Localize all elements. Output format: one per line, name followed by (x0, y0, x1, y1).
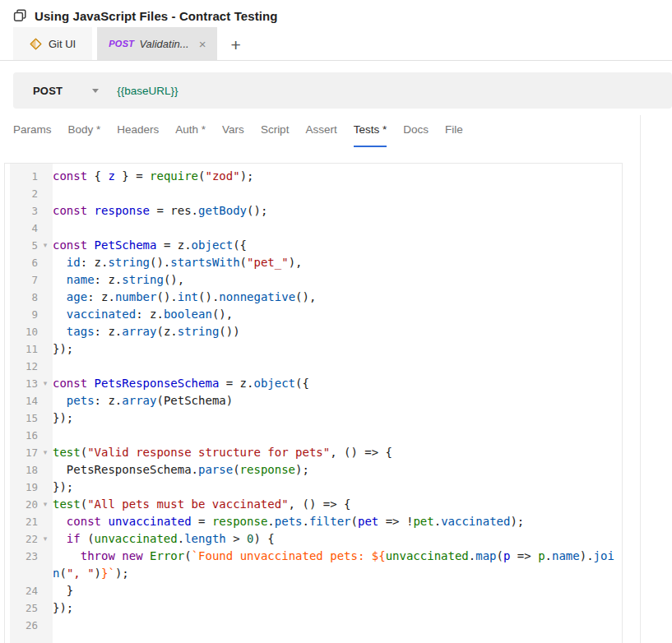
line-number: 3 (10, 202, 38, 220)
line-number: 25 (10, 599, 38, 617)
code-text[interactable] (53, 427, 622, 444)
code-text[interactable]: } (53, 582, 622, 599)
code-text[interactable]: }); (53, 479, 622, 496)
line-number: 9 (10, 306, 38, 323)
code-line[interactable]: 14 pets: z.array(PetSchema) (5, 392, 622, 409)
line-number: 14 (10, 392, 38, 409)
code-text[interactable] (53, 358, 622, 375)
code-text[interactable]: if (unvaccinated.length > 0) { (53, 530, 622, 548)
line-number: 15 (10, 409, 38, 427)
code-text[interactable]: name: z.string(), (53, 271, 622, 289)
code-line[interactable]: 20▾test("All pets must be vaccinated", (… (5, 496, 622, 513)
tab-auth[interactable]: Auth * (175, 123, 206, 147)
code-text[interactable]: throw new Error(`Found unvaccinated pets… (53, 548, 622, 582)
code-line[interactable]: 3const response = res.getBody(); (5, 202, 622, 220)
tab-headers[interactable]: Headers (117, 123, 159, 147)
code-text[interactable]: }); (53, 599, 622, 617)
code-line[interactable]: 8 age: z.number().int().nonnegative(), (5, 289, 622, 306)
code-line[interactable]: 26 (5, 617, 622, 634)
code-line[interactable]: 9 vaccinated: z.boolean(), (5, 306, 622, 323)
line-number: 24 (10, 582, 38, 599)
tab-params[interactable]: Params (13, 123, 52, 147)
code-text[interactable] (53, 185, 622, 202)
page-title: Using JavaScript Files - Contract Testin… (35, 9, 278, 23)
tab-file[interactable]: File (445, 123, 463, 147)
diamond-icon (30, 38, 42, 50)
code-text[interactable]: const PetsResponseSchema = z.object({ (53, 375, 622, 392)
url-input[interactable]: {{baseURL}} (117, 85, 178, 97)
fold-arrow-icon[interactable]: ▾ (38, 444, 53, 461)
new-tab-button[interactable]: + (230, 36, 240, 53)
fold-arrow-icon[interactable]: ▾ (38, 375, 53, 392)
code-text[interactable]: PetsResponseSchema.parse(response); (53, 461, 622, 479)
code-line[interactable]: 1const { z } = require("zod"); (5, 168, 622, 185)
line-number: 12 (10, 358, 38, 375)
code-text[interactable] (53, 617, 622, 634)
fold-arrow-icon[interactable]: ▾ (38, 237, 53, 254)
code-editor[interactable]: 1const { z } = require("zod");2 3const r… (4, 163, 623, 643)
code-text[interactable] (53, 220, 622, 237)
line-number: 22 (10, 530, 38, 548)
tab-tests[interactable]: Tests * (354, 123, 387, 147)
method-dropdown[interactable]: POST (33, 85, 63, 97)
tab-collection-label: Git UI (49, 38, 76, 50)
line-number: 5 (10, 237, 38, 254)
window-header: Using JavaScript Files - Contract Testin… (0, 0, 672, 26)
code-line[interactable]: 2 (5, 185, 622, 202)
request-pane-tabs: ParamsBody *HeadersAuth *VarsScriptAsser… (13, 123, 463, 147)
url-bar: POST {{baseURL}} (13, 72, 672, 109)
line-number: 1 (10, 168, 38, 185)
close-icon[interactable]: × (199, 38, 206, 50)
tab-assert[interactable]: Assert (305, 123, 336, 147)
chevron-down-icon[interactable] (92, 89, 99, 93)
code-line[interactable]: 15}); (5, 409, 622, 427)
code-line[interactable]: 13▾const PetsResponseSchema = z.object({ (5, 375, 622, 392)
code-line[interactable]: 23 throw new Error(`Found unvaccinated p… (5, 548, 622, 582)
code-text[interactable]: id: z.string().startsWith("pet_"), (53, 254, 622, 271)
line-number: 20 (10, 496, 38, 513)
code-line[interactable]: 4 (5, 220, 622, 237)
code-line[interactable]: 5▾const PetSchema = z.object({ (5, 237, 622, 254)
tab-collection[interactable]: Git UI (13, 27, 92, 60)
code-line[interactable]: 12 (5, 358, 622, 375)
code-line[interactable]: 6 id: z.string().startsWith("pet_"), (5, 254, 622, 271)
code-line[interactable]: 24 } (5, 582, 622, 599)
code-text[interactable]: tags: z.array(z.string()) (53, 323, 622, 340)
code-text[interactable]: }); (53, 340, 622, 358)
code-text[interactable]: const PetSchema = z.object({ (53, 237, 622, 254)
code-line[interactable]: 19}); (5, 479, 622, 496)
code-line[interactable]: 22▾ if (unvaccinated.length > 0) { (5, 530, 622, 548)
code-line[interactable]: 17▾test("Valid response structure for pe… (5, 444, 622, 461)
code-line[interactable]: 18 PetsResponseSchema.parse(response); (5, 461, 622, 479)
code-text[interactable]: test("Valid response structure for pets"… (53, 444, 622, 461)
tab-request[interactable]: POST Validatin... × (97, 27, 217, 60)
code-text[interactable]: const { z } = require("zod"); (53, 168, 622, 185)
code-text[interactable]: test("All pets must be vaccinated", () =… (53, 496, 622, 513)
line-number: 19 (10, 479, 38, 496)
code-line[interactable]: 11}); (5, 340, 622, 358)
code-text[interactable]: vaccinated: z.boolean(), (53, 306, 622, 323)
code-line[interactable]: 21 const unvaccinated = response.pets.fi… (5, 513, 622, 530)
line-number: 2 (10, 185, 38, 202)
code-line[interactable]: 16 (5, 427, 622, 444)
code-line[interactable]: 7 name: z.string(), (5, 271, 622, 289)
code-line[interactable]: 10 tags: z.array(z.string()) (5, 323, 622, 340)
tab-body[interactable]: Body * (68, 123, 101, 147)
fold-arrow-icon[interactable]: ▾ (38, 530, 53, 548)
tab-vars[interactable]: Vars (222, 123, 244, 147)
line-number: 11 (10, 340, 38, 358)
code-line[interactable]: 25}); (5, 599, 622, 617)
tab-script[interactable]: Script (261, 123, 290, 147)
tab-docs[interactable]: Docs (403, 123, 429, 147)
pane-splitter[interactable] (640, 115, 641, 643)
code-text[interactable]: age: z.number().int().nonnegative(), (53, 289, 622, 306)
fold-arrow-icon[interactable]: ▾ (38, 496, 53, 513)
code-text[interactable]: }); (53, 409, 622, 427)
line-number: 21 (10, 513, 38, 530)
copy-icon[interactable] (13, 9, 27, 23)
line-number: 23 (10, 548, 38, 565)
line-number: 26 (10, 617, 38, 634)
code-text[interactable]: pets: z.array(PetSchema) (53, 392, 622, 409)
code-text[interactable]: const response = res.getBody(); (53, 202, 622, 220)
code-text[interactable]: const unvaccinated = response.pets.filte… (53, 513, 622, 530)
